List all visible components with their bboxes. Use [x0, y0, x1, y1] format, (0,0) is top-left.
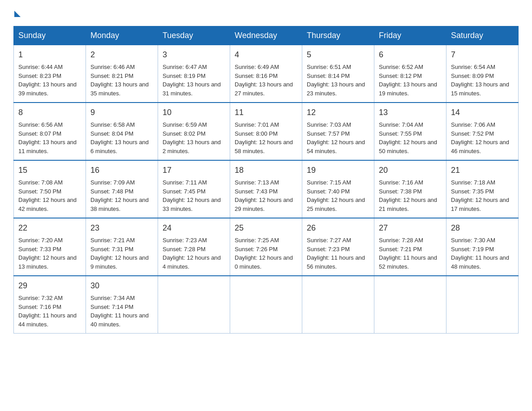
daylight-label: Daylight: 12 hours and 42 minutes.: [18, 197, 77, 212]
sunset-label: Sunset: 7:23 PM: [307, 246, 350, 253]
calendar-cell: 8 Sunrise: 6:56 AM Sunset: 8:07 PM Dayli…: [14, 103, 86, 160]
sunrise-label: Sunrise: 7:16 AM: [379, 179, 423, 186]
daylight-label: Daylight: 12 hours and 9 minutes.: [90, 254, 149, 270]
calendar-cell: 28 Sunrise: 7:30 AM Sunset: 7:19 PM Dayl…: [446, 218, 519, 276]
sunrise-label: Sunrise: 6:46 AM: [90, 64, 135, 70]
calendar-cell: 26 Sunrise: 7:27 AM Sunset: 7:23 PM Dayl…: [302, 218, 374, 276]
sunrise-label: Sunrise: 7:04 AM: [379, 121, 423, 128]
calendar-cell: [374, 276, 446, 334]
sunset-label: Sunset: 7:21 PM: [379, 246, 422, 253]
calendar-cell: 3 Sunrise: 6:47 AM Sunset: 8:19 PM Dayli…: [158, 45, 230, 103]
day-number: 16: [90, 164, 153, 176]
calendar-cell: 20 Sunrise: 7:16 AM Sunset: 7:38 PM Dayl…: [374, 160, 446, 218]
sunrise-label: Sunrise: 7:30 AM: [451, 237, 495, 244]
sunset-label: Sunset: 8:23 PM: [18, 73, 61, 79]
calendar-cell: 23 Sunrise: 7:21 AM Sunset: 7:31 PM Dayl…: [86, 218, 158, 276]
calendar-cell: 21 Sunrise: 7:18 AM Sunset: 7:35 PM Dayl…: [446, 160, 519, 218]
calendar-week-row: 29 Sunrise: 7:32 AM Sunset: 7:16 PM Dayl…: [14, 276, 519, 334]
day-number: 15: [18, 164, 81, 176]
sunrise-label: Sunrise: 7:34 AM: [90, 295, 135, 301]
sunrise-label: Sunrise: 7:23 AM: [163, 237, 207, 244]
day-number: 6: [379, 49, 442, 61]
calendar-cell: [158, 276, 230, 334]
day-header-tuesday: Tuesday: [158, 26, 230, 45]
sunrise-label: Sunrise: 6:56 AM: [18, 121, 63, 128]
sunset-label: Sunset: 8:02 PM: [163, 130, 206, 137]
day-header-sunday: Sunday: [14, 26, 86, 45]
sunset-label: Sunset: 8:12 PM: [379, 73, 422, 79]
calendar-cell: 7 Sunrise: 6:54 AM Sunset: 8:09 PM Dayli…: [446, 45, 519, 103]
sunset-label: Sunset: 8:07 PM: [18, 130, 61, 137]
calendar-table: SundayMondayTuesdayWednesdayThursdayFrid…: [13, 26, 519, 334]
day-number: 7: [451, 49, 514, 61]
sunrise-label: Sunrise: 7:28 AM: [379, 237, 423, 244]
calendar-cell: 13 Sunrise: 7:04 AM Sunset: 7:55 PM Dayl…: [374, 103, 446, 160]
day-number: 10: [163, 107, 225, 119]
sunset-label: Sunset: 7:33 PM: [18, 246, 61, 253]
daylight-label: Daylight: 12 hours and 17 minutes.: [451, 197, 509, 212]
daylight-label: Daylight: 12 hours and 33 minutes.: [163, 197, 221, 212]
calendar-cell: 11 Sunrise: 7:01 AM Sunset: 8:00 PM Dayl…: [230, 103, 302, 160]
sunrise-label: Sunrise: 6:52 AM: [379, 64, 423, 70]
sunset-label: Sunset: 7:57 PM: [307, 130, 350, 137]
sunset-label: Sunset: 7:31 PM: [90, 246, 133, 253]
day-number: 12: [307, 107, 369, 119]
sunset-label: Sunset: 7:26 PM: [235, 246, 278, 253]
sunset-label: Sunset: 7:38 PM: [379, 188, 422, 195]
calendar-cell: 6 Sunrise: 6:52 AM Sunset: 8:12 PM Dayli…: [374, 45, 446, 103]
sunset-label: Sunset: 7:43 PM: [235, 188, 278, 195]
calendar-cell: 2 Sunrise: 6:46 AM Sunset: 8:21 PM Dayli…: [86, 45, 158, 103]
calendar-cell: 24 Sunrise: 7:23 AM Sunset: 7:28 PM Dayl…: [158, 218, 230, 276]
daylight-label: Daylight: 11 hours and 56 minutes.: [307, 254, 365, 270]
calendar-week-row: 1 Sunrise: 6:44 AM Sunset: 8:23 PM Dayli…: [14, 45, 519, 103]
sunset-label: Sunset: 7:19 PM: [451, 246, 494, 253]
calendar-cell: 19 Sunrise: 7:15 AM Sunset: 7:40 PM Dayl…: [302, 160, 374, 218]
day-header-thursday: Thursday: [302, 26, 374, 45]
day-number: 4: [235, 49, 297, 61]
calendar-cell: 16 Sunrise: 7:09 AM Sunset: 7:48 PM Dayl…: [86, 160, 158, 218]
daylight-label: Daylight: 13 hours and 15 minutes.: [451, 81, 509, 97]
sunrise-label: Sunrise: 6:44 AM: [18, 64, 63, 70]
day-number: 23: [90, 222, 153, 234]
sunrise-label: Sunrise: 7:32 AM: [18, 295, 63, 301]
sunrise-label: Sunrise: 7:06 AM: [451, 121, 495, 128]
daylight-label: Daylight: 13 hours and 31 minutes.: [163, 81, 221, 97]
calendar-week-row: 8 Sunrise: 6:56 AM Sunset: 8:07 PM Dayli…: [14, 103, 519, 160]
sunset-label: Sunset: 8:09 PM: [451, 73, 494, 79]
calendar-week-row: 22 Sunrise: 7:20 AM Sunset: 7:33 PM Dayl…: [14, 218, 519, 276]
calendar-cell: 18 Sunrise: 7:13 AM Sunset: 7:43 PM Dayl…: [230, 160, 302, 218]
sunrise-label: Sunrise: 7:13 AM: [235, 179, 279, 186]
logo: [13, 9, 21, 17]
day-number: 9: [90, 107, 153, 119]
page-header: [13, 9, 519, 17]
daylight-label: Daylight: 13 hours and 23 minutes.: [307, 81, 365, 97]
daylight-label: Daylight: 13 hours and 35 minutes.: [90, 81, 149, 97]
daylight-label: Daylight: 13 hours and 27 minutes.: [235, 81, 293, 97]
sunrise-label: Sunrise: 6:49 AM: [235, 64, 279, 70]
daylight-label: Daylight: 13 hours and 39 minutes.: [18, 81, 77, 97]
calendar-cell: 12 Sunrise: 7:03 AM Sunset: 7:57 PM Dayl…: [302, 103, 374, 160]
daylight-label: Daylight: 12 hours and 25 minutes.: [307, 197, 365, 212]
daylight-label: Daylight: 11 hours and 48 minutes.: [451, 254, 509, 270]
sunset-label: Sunset: 7:28 PM: [163, 246, 206, 253]
sunset-label: Sunset: 7:16 PM: [18, 304, 61, 310]
day-number: 13: [379, 107, 442, 119]
calendar-cell: [302, 276, 374, 334]
calendar-cell: [446, 276, 519, 334]
day-number: 11: [235, 107, 297, 119]
calendar-cell: 4 Sunrise: 6:49 AM Sunset: 8:16 PM Dayli…: [230, 45, 302, 103]
sunset-label: Sunset: 8:00 PM: [235, 130, 278, 137]
day-number: 3: [163, 49, 225, 61]
sunset-label: Sunset: 7:14 PM: [90, 304, 133, 310]
sunset-label: Sunset: 8:14 PM: [307, 73, 350, 79]
sunset-label: Sunset: 7:55 PM: [379, 130, 422, 137]
calendar-cell: 30 Sunrise: 7:34 AM Sunset: 7:14 PM Dayl…: [86, 276, 158, 334]
day-number: 2: [90, 49, 153, 61]
sunset-label: Sunset: 8:16 PM: [235, 73, 278, 79]
day-number: 5: [307, 49, 369, 61]
sunset-label: Sunset: 7:48 PM: [90, 188, 133, 195]
sunset-label: Sunset: 7:35 PM: [451, 188, 494, 195]
day-number: 24: [163, 222, 225, 234]
day-number: 19: [307, 164, 369, 176]
sunrise-label: Sunrise: 7:18 AM: [451, 179, 495, 186]
